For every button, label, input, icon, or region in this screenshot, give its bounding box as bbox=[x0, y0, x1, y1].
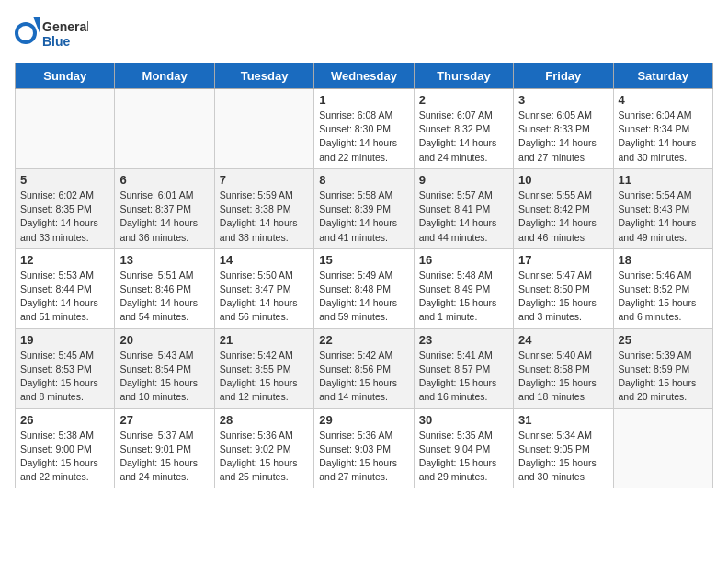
day-number: 12 bbox=[20, 253, 109, 267]
calendar-cell: 3Sunrise: 6:05 AMSunset: 8:33 PMDaylight… bbox=[514, 89, 613, 169]
day-number: 17 bbox=[518, 253, 608, 267]
calendar-cell: 10Sunrise: 5:55 AMSunset: 8:42 PMDayligh… bbox=[514, 168, 613, 248]
day-number: 5 bbox=[20, 173, 109, 187]
day-number: 28 bbox=[220, 413, 309, 427]
calendar-cell: 22Sunrise: 5:42 AMSunset: 8:56 PMDayligh… bbox=[314, 328, 414, 408]
calendar-week-row: 19Sunrise: 5:45 AMSunset: 8:53 PMDayligh… bbox=[16, 328, 713, 408]
calendar-cell: 18Sunrise: 5:46 AMSunset: 8:52 PMDayligh… bbox=[613, 248, 712, 328]
calendar-cell: 4Sunrise: 6:04 AMSunset: 8:34 PMDaylight… bbox=[613, 89, 712, 169]
day-header-thursday: Thursday bbox=[414, 63, 513, 89]
calendar-week-row: 26Sunrise: 5:38 AMSunset: 9:00 PMDayligh… bbox=[16, 408, 713, 488]
calendar-cell: 29Sunrise: 5:36 AMSunset: 9:03 PMDayligh… bbox=[314, 408, 414, 488]
calendar-cell bbox=[613, 408, 712, 488]
day-info: Sunrise: 5:36 AMSunset: 9:02 PMDaylight:… bbox=[220, 429, 309, 485]
day-number: 14 bbox=[220, 253, 309, 267]
day-info: Sunrise: 6:08 AMSunset: 8:30 PMDaylight:… bbox=[319, 109, 408, 165]
calendar-cell: 15Sunrise: 5:49 AMSunset: 8:48 PMDayligh… bbox=[314, 248, 414, 328]
calendar-header-row: SundayMondayTuesdayWednesdayThursdayFrid… bbox=[16, 63, 713, 89]
day-info: Sunrise: 6:02 AMSunset: 8:35 PMDaylight:… bbox=[20, 189, 109, 245]
day-number: 7 bbox=[220, 173, 309, 187]
day-number: 11 bbox=[619, 173, 708, 187]
calendar-cell: 31Sunrise: 5:34 AMSunset: 9:05 PMDayligh… bbox=[514, 408, 613, 488]
day-number: 19 bbox=[20, 333, 109, 347]
day-info: Sunrise: 5:47 AMSunset: 8:50 PMDaylight:… bbox=[518, 269, 608, 325]
day-number: 16 bbox=[419, 253, 508, 267]
day-header-tuesday: Tuesday bbox=[214, 63, 313, 89]
day-info: Sunrise: 5:49 AMSunset: 8:48 PMDaylight:… bbox=[319, 269, 408, 325]
calendar-cell: 12Sunrise: 5:53 AMSunset: 8:44 PMDayligh… bbox=[16, 248, 115, 328]
day-info: Sunrise: 5:54 AMSunset: 8:43 PMDaylight:… bbox=[619, 189, 708, 245]
calendar-cell: 1Sunrise: 6:08 AMSunset: 8:30 PMDaylight… bbox=[314, 89, 414, 169]
calendar-cell bbox=[16, 89, 115, 169]
day-number: 3 bbox=[518, 93, 608, 107]
day-header-saturday: Saturday bbox=[613, 63, 712, 89]
calendar-week-row: 1Sunrise: 6:08 AMSunset: 8:30 PMDaylight… bbox=[16, 89, 713, 169]
day-number: 6 bbox=[119, 173, 209, 187]
header: GeneralBlue bbox=[15, 15, 713, 52]
day-number: 30 bbox=[419, 413, 508, 427]
svg-point-4 bbox=[18, 26, 33, 40]
svg-text:Blue: Blue bbox=[42, 34, 71, 49]
day-info: Sunrise: 5:46 AMSunset: 8:52 PMDaylight:… bbox=[619, 269, 708, 325]
day-number: 4 bbox=[619, 93, 708, 107]
calendar-cell: 9Sunrise: 5:57 AMSunset: 8:41 PMDaylight… bbox=[414, 168, 513, 248]
day-info: Sunrise: 6:07 AMSunset: 8:32 PMDaylight:… bbox=[419, 109, 508, 165]
calendar-week-row: 5Sunrise: 6:02 AMSunset: 8:35 PMDaylight… bbox=[16, 168, 713, 248]
calendar-cell: 20Sunrise: 5:43 AMSunset: 8:54 PMDayligh… bbox=[115, 328, 214, 408]
day-info: Sunrise: 5:55 AMSunset: 8:42 PMDaylight:… bbox=[518, 189, 608, 245]
day-header-wednesday: Wednesday bbox=[314, 63, 414, 89]
calendar-cell: 26Sunrise: 5:38 AMSunset: 9:00 PMDayligh… bbox=[16, 408, 115, 488]
day-number: 15 bbox=[319, 253, 408, 267]
day-number: 25 bbox=[619, 333, 708, 347]
day-number: 13 bbox=[119, 253, 209, 267]
day-info: Sunrise: 6:05 AMSunset: 8:33 PMDaylight:… bbox=[518, 109, 608, 165]
day-info: Sunrise: 5:42 AMSunset: 8:55 PMDaylight:… bbox=[220, 349, 309, 405]
day-number: 21 bbox=[220, 333, 309, 347]
calendar-cell: 28Sunrise: 5:36 AMSunset: 9:02 PMDayligh… bbox=[214, 408, 313, 488]
calendar-cell bbox=[214, 89, 313, 169]
day-info: Sunrise: 5:59 AMSunset: 8:38 PMDaylight:… bbox=[220, 189, 309, 245]
calendar-cell: 14Sunrise: 5:50 AMSunset: 8:47 PMDayligh… bbox=[214, 248, 313, 328]
calendar-cell: 2Sunrise: 6:07 AMSunset: 8:32 PMDaylight… bbox=[414, 89, 513, 169]
calendar-cell: 6Sunrise: 6:01 AMSunset: 8:37 PMDaylight… bbox=[115, 168, 214, 248]
calendar-cell: 17Sunrise: 5:47 AMSunset: 8:50 PMDayligh… bbox=[514, 248, 613, 328]
calendar-week-row: 12Sunrise: 5:53 AMSunset: 8:44 PMDayligh… bbox=[16, 248, 713, 328]
day-number: 31 bbox=[518, 413, 608, 427]
day-number: 18 bbox=[619, 253, 708, 267]
day-number: 8 bbox=[319, 173, 408, 187]
calendar-cell: 27Sunrise: 5:37 AMSunset: 9:01 PMDayligh… bbox=[115, 408, 214, 488]
day-number: 23 bbox=[419, 333, 508, 347]
day-info: Sunrise: 5:51 AMSunset: 8:46 PMDaylight:… bbox=[119, 269, 209, 325]
day-info: Sunrise: 5:58 AMSunset: 8:39 PMDaylight:… bbox=[319, 189, 408, 245]
logo: GeneralBlue bbox=[15, 15, 88, 52]
day-number: 9 bbox=[419, 173, 508, 187]
day-info: Sunrise: 5:39 AMSunset: 8:59 PMDaylight:… bbox=[619, 349, 708, 405]
day-info: Sunrise: 5:40 AMSunset: 8:58 PMDaylight:… bbox=[518, 349, 608, 405]
calendar-cell: 5Sunrise: 6:02 AMSunset: 8:35 PMDaylight… bbox=[16, 168, 115, 248]
day-number: 10 bbox=[518, 173, 608, 187]
calendar-cell: 11Sunrise: 5:54 AMSunset: 8:43 PMDayligh… bbox=[613, 168, 712, 248]
svg-text:General: General bbox=[42, 19, 88, 34]
day-number: 22 bbox=[319, 333, 408, 347]
calendar-cell: 21Sunrise: 5:42 AMSunset: 8:55 PMDayligh… bbox=[214, 328, 313, 408]
day-info: Sunrise: 5:50 AMSunset: 8:47 PMDaylight:… bbox=[220, 269, 309, 325]
day-info: Sunrise: 5:34 AMSunset: 9:05 PMDaylight:… bbox=[518, 429, 608, 485]
calendar-cell: 7Sunrise: 5:59 AMSunset: 8:38 PMDaylight… bbox=[214, 168, 313, 248]
day-info: Sunrise: 5:37 AMSunset: 9:01 PMDaylight:… bbox=[119, 429, 209, 485]
calendar-cell: 16Sunrise: 5:48 AMSunset: 8:49 PMDayligh… bbox=[414, 248, 513, 328]
calendar-cell: 13Sunrise: 5:51 AMSunset: 8:46 PMDayligh… bbox=[115, 248, 214, 328]
calendar-cell: 19Sunrise: 5:45 AMSunset: 8:53 PMDayligh… bbox=[16, 328, 115, 408]
day-info: Sunrise: 5:41 AMSunset: 8:57 PMDaylight:… bbox=[419, 349, 508, 405]
day-header-monday: Monday bbox=[115, 63, 214, 89]
day-info: Sunrise: 5:43 AMSunset: 8:54 PMDaylight:… bbox=[119, 349, 209, 405]
day-number: 24 bbox=[518, 333, 608, 347]
day-number: 20 bbox=[119, 333, 209, 347]
calendar-cell: 25Sunrise: 5:39 AMSunset: 8:59 PMDayligh… bbox=[613, 328, 712, 408]
calendar-cell: 23Sunrise: 5:41 AMSunset: 8:57 PMDayligh… bbox=[414, 328, 513, 408]
calendar-cell: 30Sunrise: 5:35 AMSunset: 9:04 PMDayligh… bbox=[414, 408, 513, 488]
day-number: 2 bbox=[419, 93, 508, 107]
day-number: 27 bbox=[119, 413, 209, 427]
logo-svg: GeneralBlue bbox=[15, 15, 88, 52]
day-info: Sunrise: 6:01 AMSunset: 8:37 PMDaylight:… bbox=[119, 189, 209, 245]
day-info: Sunrise: 5:42 AMSunset: 8:56 PMDaylight:… bbox=[319, 349, 408, 405]
